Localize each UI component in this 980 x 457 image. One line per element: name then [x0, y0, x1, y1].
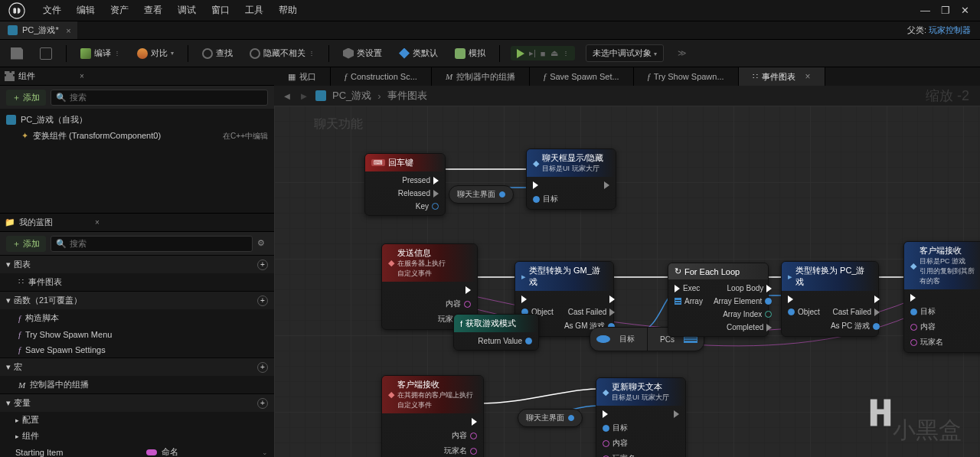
pin-loop-body[interactable]: Loop Body [714, 284, 772, 292]
var-category[interactable]: ▸配置 [0, 412, 274, 428]
pin-exec-out[interactable] [438, 286, 471, 294]
node-client-receive-event[interactable]: ◆客户端接收在其拥有的客户端上执行自定义事件 内容 玩家名 [381, 375, 484, 457]
pin-completed[interactable]: Completed [714, 323, 772, 331]
variable-pill-chat-main[interactable]: 聊天主界面 [518, 409, 583, 427]
close-icon[interactable]: × [80, 72, 84, 80]
play-button[interactable]: ▸| ■ ⏏ ⋮ [511, 46, 575, 60]
pin-player[interactable]: 玩家名 [444, 446, 477, 456]
nav-fwd-icon[interactable]: ► [299, 90, 309, 101]
add-component-button[interactable]: ＋ 添加 [6, 90, 46, 106]
pin-cast-failed[interactable]: Cast Failed [831, 308, 880, 316]
node-cast-pc[interactable]: ▸类型转换为 PC_游戏 Object Cast Failed As PC 游戏 [781, 261, 879, 337]
node-enter-key[interactable]: ⌨回车键 Pressed Released Key [364, 153, 446, 216]
pin-array-index[interactable]: Array Index [714, 310, 772, 318]
menu-view[interactable]: 查看 [136, 4, 170, 17]
tab-macro[interactable]: M控制器中的组播 [432, 67, 530, 86]
maximize-button[interactable]: ❐ [941, 5, 950, 16]
chevron-down-icon[interactable]: ⌄ [262, 449, 268, 456]
menu-asset[interactable]: 资产 [103, 4, 136, 17]
pin-key[interactable]: Key [398, 202, 439, 211]
component-item[interactable]: ✦ 变换组件 (TransformComponent0) 在C++中编辑 [0, 128, 274, 144]
breadcrumb-root[interactable]: PC_游戏 [332, 89, 371, 103]
tab-construction[interactable]: fConstruction Sc... [331, 67, 432, 86]
simulate-button[interactable]: 模拟 [452, 46, 488, 60]
pin-exec-in[interactable] [788, 295, 820, 303]
pin-content[interactable]: 内容 [603, 438, 635, 449]
menu-tool[interactable]: 工具 [237, 4, 271, 17]
pin-pressed[interactable]: Pressed [398, 176, 439, 184]
variable-item[interactable]: Starting Item命名⌄ [0, 444, 274, 457]
pin-exec-out[interactable] [564, 295, 615, 303]
pin-content[interactable]: 内容 [438, 299, 471, 309]
myblueprint-search-input[interactable] [70, 239, 247, 248]
menu-file[interactable]: 文件 [35, 4, 69, 17]
section-variables[interactable]: ▾变量+ [0, 393, 274, 412]
pin-exec-in[interactable] [910, 294, 943, 302]
pin-return[interactable]: Return Value [478, 337, 532, 345]
menu-edit[interactable]: 编辑 [69, 4, 103, 17]
pin-target[interactable]: 目标 [533, 194, 558, 204]
pin-target[interactable]: 目标 [910, 306, 943, 317]
add-blueprint-button[interactable]: ＋ 添加 [6, 236, 46, 252]
node-get-gamemode[interactable]: f获取游戏模式 Return Value [453, 314, 539, 351]
nav-back-icon[interactable]: ◄ [282, 90, 292, 101]
minimize-button[interactable]: — [920, 5, 930, 16]
pin-exec-in[interactable] [603, 410, 635, 418]
pin-exec-out[interactable] [831, 295, 880, 303]
pin-object[interactable]: Object [788, 308, 820, 316]
components-tab[interactable]: 组件 × [0, 67, 274, 86]
my-blueprint-tab[interactable]: 📁 我的蓝图 × [0, 214, 274, 232]
section-graphs[interactable]: ▾图表+ [0, 255, 274, 273]
class-settings-button[interactable]: 类设置 [340, 46, 385, 60]
graph-canvas[interactable]: 聊天功能 [274, 106, 980, 457]
edit-in-cpp-link[interactable]: 在C++中编辑 [223, 131, 268, 142]
gear-icon[interactable]: ⚙ [257, 238, 268, 249]
section-macros[interactable]: ▾宏+ [0, 357, 274, 376]
node-foreach-loop[interactable]: ↻For Each Loop Exec Array Loop Body Arra… [668, 263, 769, 337]
function-item[interactable]: fTry Show Spawn Menu [0, 327, 274, 342]
parent-class-link[interactable]: 玩家控制器 [929, 25, 971, 34]
pin-exec-out[interactable] [674, 410, 679, 418]
add-variable-button[interactable]: + [257, 398, 268, 409]
variable-pill-chat-main[interactable]: 聊天主界面 [449, 185, 514, 204]
breadcrumb-leaf[interactable]: 事件图表 [387, 89, 427, 103]
close-icon[interactable]: × [66, 26, 70, 35]
find-button[interactable]: 查找 [199, 46, 236, 60]
node-client-receive-call[interactable]: ◆客户端接收目标是PC 游戏引用的复制到其所有的客 目标 内容 玩家名 [903, 241, 980, 353]
function-item[interactable]: fSave Spawn Settings [0, 342, 274, 357]
menu-window[interactable]: 窗口 [204, 4, 237, 17]
macro-item[interactable]: M控制器中的组播 [0, 376, 274, 393]
pin-player[interactable]: 玩家名 [910, 337, 943, 348]
section-functions[interactable]: ▾函数（21可覆盖）+ [0, 291, 274, 309]
node-update-chat[interactable]: ◆更新聊天文本目标是UI 玩家大厅 目标 内容 玩家名 [596, 377, 686, 457]
menu-debug[interactable]: 调试 [170, 4, 204, 17]
pin-exec-in[interactable] [533, 181, 558, 189]
menu-help[interactable]: 帮助 [271, 4, 305, 17]
tab-viewport[interactable]: ▦视口 [274, 67, 331, 86]
hide-unrelated-button[interactable]: 隐藏不相关⋮ [247, 46, 318, 60]
tab-try-show-spawn[interactable]: fTry Show Spawn... [634, 67, 739, 86]
debug-object-selector[interactable]: 未选中调试对象 ▾ [586, 44, 664, 62]
var-category[interactable]: ▸组件 [0, 428, 274, 444]
tab-save-spawn[interactable]: fSave Spawn Set... [530, 67, 634, 86]
add-graph-button[interactable]: + [257, 260, 268, 270]
compile-button[interactable]: 编译⋮ [77, 46, 123, 60]
component-root[interactable]: PC_游戏（自我） [0, 112, 274, 128]
pin-exec-out[interactable] [444, 418, 477, 426]
pin-content[interactable]: 内容 [910, 322, 943, 332]
class-defaults-button[interactable]: 类默认 [396, 46, 441, 60]
pin-as-pc[interactable]: As PC 游戏 [831, 321, 880, 331]
pin-target[interactable]: 目标 [603, 423, 635, 433]
close-button[interactable]: ✕ [961, 5, 969, 16]
save-button[interactable] [8, 46, 26, 61]
add-macro-button[interactable]: + [257, 362, 268, 373]
myblueprint-search[interactable]: 🔍 [51, 236, 253, 252]
pin-array[interactable]: Array [675, 297, 703, 305]
add-function-button[interactable]: + [257, 295, 268, 306]
tab-event-graph[interactable]: ∷事件图表× [739, 67, 825, 86]
close-icon[interactable]: × [95, 218, 100, 227]
pin-exec[interactable]: Exec [675, 284, 703, 292]
close-icon[interactable]: × [805, 71, 811, 82]
components-search[interactable]: 🔍 [51, 90, 268, 106]
pin-exec-out[interactable] [604, 181, 609, 189]
